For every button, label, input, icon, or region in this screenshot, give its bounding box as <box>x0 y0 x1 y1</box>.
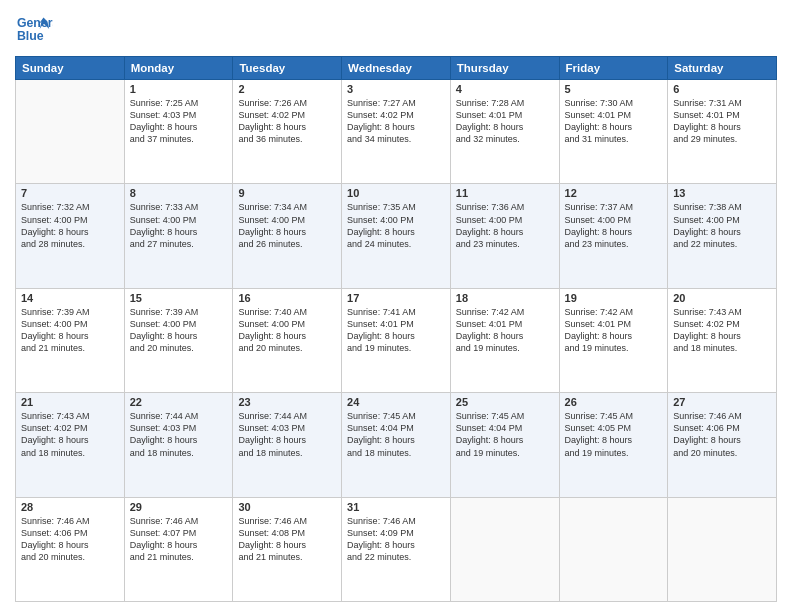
cell-info: Sunset: 4:00 PM <box>130 214 228 226</box>
day-header-wednesday: Wednesday <box>342 57 451 80</box>
day-number: 25 <box>456 396 554 408</box>
calendar-cell: 20Sunrise: 7:43 AMSunset: 4:02 PMDayligh… <box>668 288 777 392</box>
cell-info: Sunset: 4:00 PM <box>130 318 228 330</box>
cell-info: Daylight: 8 hours <box>673 434 771 446</box>
cell-info: Daylight: 8 hours <box>130 121 228 133</box>
cell-info: Sunrise: 7:25 AM <box>130 97 228 109</box>
day-number: 5 <box>565 83 663 95</box>
cell-info: Daylight: 8 hours <box>130 434 228 446</box>
svg-text:Blue: Blue <box>17 29 44 43</box>
calendar-cell: 2Sunrise: 7:26 AMSunset: 4:02 PMDaylight… <box>233 80 342 184</box>
cell-info: Sunset: 4:00 PM <box>21 318 119 330</box>
cell-info: and 26 minutes. <box>238 238 336 250</box>
cell-info: and 31 minutes. <box>565 133 663 145</box>
calendar-cell: 10Sunrise: 7:35 AMSunset: 4:00 PMDayligh… <box>342 184 451 288</box>
cell-info: Sunset: 4:02 PM <box>347 109 445 121</box>
cell-info: and 34 minutes. <box>347 133 445 145</box>
calendar-cell: 7Sunrise: 7:32 AMSunset: 4:00 PMDaylight… <box>16 184 125 288</box>
cell-info: Sunrise: 7:32 AM <box>21 201 119 213</box>
cell-info: Sunset: 4:01 PM <box>456 109 554 121</box>
calendar-cell <box>668 497 777 601</box>
cell-info: and 18 minutes. <box>21 447 119 459</box>
cell-info: Sunset: 4:01 PM <box>673 109 771 121</box>
day-number: 2 <box>238 83 336 95</box>
calendar-cell: 18Sunrise: 7:42 AMSunset: 4:01 PMDayligh… <box>450 288 559 392</box>
cell-info: Sunrise: 7:46 AM <box>347 515 445 527</box>
cell-info: Sunrise: 7:46 AM <box>21 515 119 527</box>
day-number: 27 <box>673 396 771 408</box>
day-number: 20 <box>673 292 771 304</box>
cell-info: Daylight: 8 hours <box>21 330 119 342</box>
cell-info: Sunrise: 7:27 AM <box>347 97 445 109</box>
cell-info: Daylight: 8 hours <box>347 539 445 551</box>
cell-info: Sunrise: 7:34 AM <box>238 201 336 213</box>
cell-info: and 21 minutes. <box>21 342 119 354</box>
cell-info: Sunset: 4:00 PM <box>673 214 771 226</box>
cell-info: Sunset: 4:04 PM <box>456 422 554 434</box>
cell-info: Sunrise: 7:45 AM <box>347 410 445 422</box>
calendar-cell: 24Sunrise: 7:45 AMSunset: 4:04 PMDayligh… <box>342 393 451 497</box>
cell-info: and 37 minutes. <box>130 133 228 145</box>
cell-info: and 28 minutes. <box>21 238 119 250</box>
day-number: 12 <box>565 187 663 199</box>
cell-info: Daylight: 8 hours <box>456 226 554 238</box>
day-header-tuesday: Tuesday <box>233 57 342 80</box>
cell-info: Daylight: 8 hours <box>238 121 336 133</box>
cell-info: Sunrise: 7:26 AM <box>238 97 336 109</box>
calendar-cell <box>450 497 559 601</box>
cell-info: Sunrise: 7:45 AM <box>565 410 663 422</box>
day-number: 29 <box>130 501 228 513</box>
cell-info: and 24 minutes. <box>347 238 445 250</box>
cell-info: Sunrise: 7:43 AM <box>673 306 771 318</box>
cell-info: and 27 minutes. <box>130 238 228 250</box>
cell-info: Daylight: 8 hours <box>238 434 336 446</box>
day-header-monday: Monday <box>124 57 233 80</box>
calendar-cell: 14Sunrise: 7:39 AMSunset: 4:00 PMDayligh… <box>16 288 125 392</box>
day-header-sunday: Sunday <box>16 57 125 80</box>
calendar-cell: 31Sunrise: 7:46 AMSunset: 4:09 PMDayligh… <box>342 497 451 601</box>
calendar-cell: 23Sunrise: 7:44 AMSunset: 4:03 PMDayligh… <box>233 393 342 497</box>
day-number: 4 <box>456 83 554 95</box>
cell-info: Sunset: 4:06 PM <box>673 422 771 434</box>
day-number: 11 <box>456 187 554 199</box>
day-number: 23 <box>238 396 336 408</box>
cell-info: Daylight: 8 hours <box>238 226 336 238</box>
cell-info: Sunset: 4:01 PM <box>347 318 445 330</box>
cell-info: and 23 minutes. <box>565 238 663 250</box>
calendar-cell: 27Sunrise: 7:46 AMSunset: 4:06 PMDayligh… <box>668 393 777 497</box>
cell-info: Daylight: 8 hours <box>456 121 554 133</box>
day-number: 30 <box>238 501 336 513</box>
day-header-saturday: Saturday <box>668 57 777 80</box>
cell-info: Sunset: 4:08 PM <box>238 527 336 539</box>
calendar-cell: 9Sunrise: 7:34 AMSunset: 4:00 PMDaylight… <box>233 184 342 288</box>
cell-info: Daylight: 8 hours <box>673 226 771 238</box>
calendar-cell: 15Sunrise: 7:39 AMSunset: 4:00 PMDayligh… <box>124 288 233 392</box>
cell-info: Sunset: 4:03 PM <box>130 109 228 121</box>
cell-info: Sunset: 4:01 PM <box>565 109 663 121</box>
cell-info: Daylight: 8 hours <box>130 330 228 342</box>
cell-info: Sunrise: 7:44 AM <box>130 410 228 422</box>
day-header-friday: Friday <box>559 57 668 80</box>
day-number: 22 <box>130 396 228 408</box>
cell-info: and 22 minutes. <box>347 551 445 563</box>
calendar-cell: 12Sunrise: 7:37 AMSunset: 4:00 PMDayligh… <box>559 184 668 288</box>
cell-info: Daylight: 8 hours <box>456 330 554 342</box>
cell-info: Sunset: 4:00 PM <box>21 214 119 226</box>
calendar-cell: 21Sunrise: 7:43 AMSunset: 4:02 PMDayligh… <box>16 393 125 497</box>
calendar-cell: 3Sunrise: 7:27 AMSunset: 4:02 PMDaylight… <box>342 80 451 184</box>
cell-info: Sunset: 4:04 PM <box>347 422 445 434</box>
cell-info: and 18 minutes. <box>673 342 771 354</box>
cell-info: and 18 minutes. <box>130 447 228 459</box>
calendar-cell: 13Sunrise: 7:38 AMSunset: 4:00 PMDayligh… <box>668 184 777 288</box>
cell-info: and 19 minutes. <box>565 342 663 354</box>
cell-info: Sunrise: 7:35 AM <box>347 201 445 213</box>
cell-info: Daylight: 8 hours <box>238 330 336 342</box>
cell-info: Sunset: 4:01 PM <box>565 318 663 330</box>
cell-info: Sunset: 4:00 PM <box>238 214 336 226</box>
cell-info: Sunset: 4:00 PM <box>565 214 663 226</box>
cell-info: and 20 minutes. <box>130 342 228 354</box>
cell-info: Sunrise: 7:28 AM <box>456 97 554 109</box>
logo-icon: General Blue <box>15 10 53 48</box>
day-number: 17 <box>347 292 445 304</box>
cell-info: Sunset: 4:05 PM <box>565 422 663 434</box>
